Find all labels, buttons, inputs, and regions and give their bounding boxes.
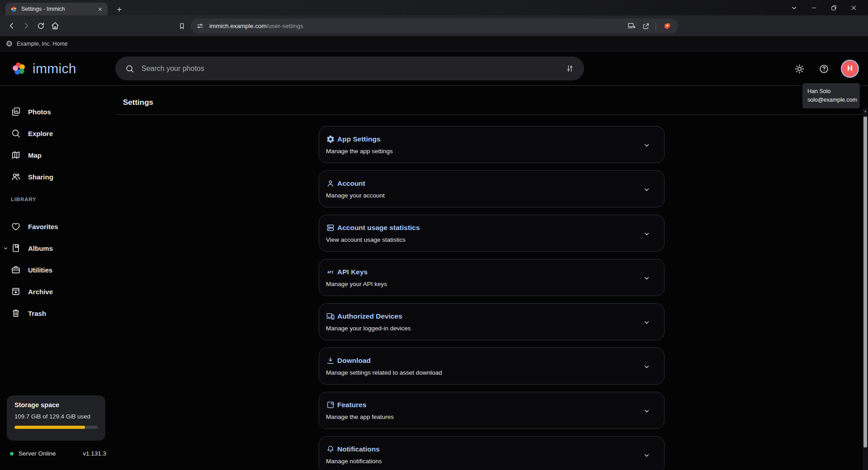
settings-section-account[interactable]: AccountManage your account [319, 170, 665, 207]
section-title: Notifications [337, 445, 380, 453]
user-avatar[interactable]: H [842, 61, 858, 77]
section-subtitle: Manage your account [326, 192, 385, 199]
section-subtitle: View account usage statistics [326, 236, 406, 243]
new-tab-button[interactable] [114, 4, 125, 15]
page-scrollbar[interactable]: ▲ [863, 108, 868, 470]
immich-logo-text: immich [33, 61, 76, 76]
bookmark-icon[interactable] [175, 19, 188, 32]
settings-section-notifications[interactable]: NotificationsManage notifications [319, 436, 665, 470]
bookmark-item[interactable]: Example, Inc. Home [17, 41, 68, 47]
chevron-down-icon[interactable] [643, 407, 651, 415]
scrollbar-thumb[interactable] [863, 117, 867, 447]
app-header: immich Search your photos H [0, 52, 868, 86]
tooltip-user-email: solo@example.com [807, 96, 855, 104]
screen: { "browser": { "tab_title": "Settings - … [0, 0, 868, 470]
settings-section-account-usage-statistics[interactable]: Account usage statisticsView account usa… [319, 215, 665, 252]
section-title: Account usage statistics [337, 224, 420, 232]
section-subtitle: Manage the app settings [326, 148, 393, 155]
section-subtitle: Manage settings related to asset downloa… [326, 369, 442, 376]
browser-tab-active[interactable]: Settings - Immich [5, 3, 108, 15]
features-icon [326, 400, 335, 409]
window-close-button[interactable] [844, 0, 863, 15]
search-filter-icon[interactable] [566, 64, 574, 73]
url-text[interactable]: immich.example.com/user-settings [209, 23, 623, 29]
api-icon: API [326, 268, 335, 277]
settings-section-app-settings[interactable]: App SettingsManage the app settings [319, 126, 665, 163]
immich-logo-icon [10, 60, 28, 78]
bell-icon [326, 445, 335, 454]
section-title: Features [337, 401, 367, 409]
user-tooltip: Han Solo solo@example.com [802, 83, 860, 108]
immich-favicon [10, 5, 18, 13]
search-placeholder: Search your photos [142, 65, 566, 73]
section-subtitle: Manage your logged-in devices [326, 325, 411, 332]
home-button[interactable] [49, 19, 61, 32]
reload-button[interactable] [34, 19, 47, 32]
section-title: Download [337, 357, 371, 365]
server-icon [326, 223, 335, 232]
settings-section-authorized-devices[interactable]: Authorized DevicesManage your logged-in … [319, 303, 665, 340]
chevron-down-icon[interactable] [643, 141, 651, 149]
tooltip-user-name: Han Solo [807, 87, 855, 96]
chevron-down-icon[interactable] [643, 319, 651, 326]
pill-separator [656, 22, 656, 30]
scrollbar-up-arrow[interactable]: ▲ [863, 109, 868, 113]
section-subtitle: Manage the app features [326, 414, 394, 420]
tab-close-icon[interactable] [96, 5, 104, 13]
person-icon [326, 179, 335, 188]
browser-toolbar: immich.example.com/user-settings W [0, 15, 868, 36]
svg-text:API: API [327, 270, 334, 274]
chevron-down-icon[interactable] [643, 274, 651, 282]
bookmark-favicon [5, 40, 13, 47]
immich-app: immich Search your photos H Han Solo sol… [0, 52, 868, 470]
share-icon[interactable] [640, 20, 652, 33]
settings-section-features[interactable]: FeaturesManage the app features [319, 392, 665, 429]
theme-toggle-sun-icon[interactable] [793, 62, 806, 75]
window-controls [784, 0, 863, 15]
reading-list-icon[interactable] [625, 20, 638, 33]
devices-icon [326, 312, 335, 321]
immich-logo[interactable]: immich [10, 60, 76, 78]
page-title: Settings [123, 98, 153, 107]
chevron-down-icon[interactable] [643, 230, 651, 238]
url-host: immich.example.com [209, 23, 267, 29]
section-title: API Keys [337, 268, 368, 276]
forward-button[interactable] [20, 19, 33, 32]
chevron-down-icon[interactable] [643, 451, 651, 459]
section-title: Account [337, 179, 365, 188]
help-icon[interactable] [817, 62, 830, 75]
section-title: App Settings [337, 135, 381, 143]
tab-title: Settings - Immich [21, 6, 92, 12]
search-icon [125, 64, 134, 73]
settings-section-download[interactable]: DownloadManage settings related to asset… [319, 348, 665, 385]
search-input[interactable]: Search your photos [115, 56, 584, 80]
window-restore-button[interactable] [824, 0, 844, 15]
url-bar[interactable]: immich.example.com/user-settings [191, 19, 678, 33]
section-title: Authorized Devices [337, 312, 402, 320]
section-subtitle: Manage your API keys [326, 281, 387, 287]
title-divider [116, 114, 863, 115]
window-minimize-button[interactable] [804, 0, 824, 15]
section-subtitle: Manage notifications [326, 458, 382, 465]
settings-section-api-keys[interactable]: APIAPI KeysManage your API keys [319, 259, 665, 296]
settings-page: Settings App SettingsManage the app sett… [0, 86, 863, 470]
chevron-down-icon[interactable] [643, 363, 651, 371]
download-icon [326, 356, 335, 365]
gear-icon [326, 135, 335, 144]
site-controls-icon[interactable] [196, 22, 204, 30]
back-button[interactable] [5, 19, 18, 32]
chevron-down-icon[interactable] [643, 186, 651, 193]
browser-tabstrip: Settings - Immich [0, 0, 868, 15]
tab-search-chevron-icon[interactable] [784, 0, 804, 15]
header-actions: H [793, 52, 858, 86]
brave-shield-icon[interactable] [661, 20, 674, 33]
bookmarks-bar: Example, Inc. Home [0, 36, 868, 52]
url-path: /user-settings [267, 23, 303, 29]
